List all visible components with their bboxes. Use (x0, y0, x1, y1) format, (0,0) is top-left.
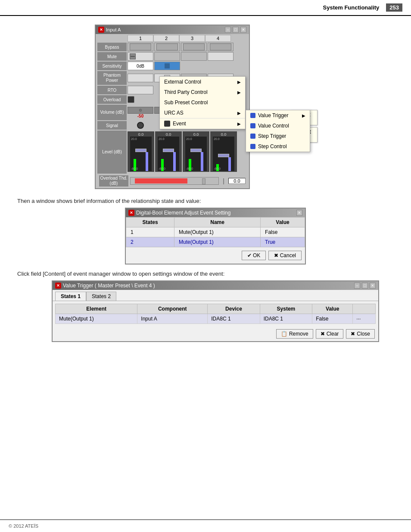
step-trigger-label: Step Trigger (258, 133, 286, 139)
overload-pipe: | (221, 177, 227, 184)
vt-col-device: Device (208, 304, 260, 314)
menu-urc-as[interactable]: URC AS ▶ (160, 108, 245, 118)
external-control-arrow: ▶ (237, 80, 241, 84)
value-trigger-icon (250, 113, 255, 118)
fader-area: 0.0 20.0 -60.0 0.0 (128, 131, 237, 172)
sub-preset-label: Sub Preset Control (164, 100, 208, 106)
vt-col-extra (353, 304, 376, 314)
rto-label: RTO (97, 86, 127, 94)
fader-bot-1: -60.0 (131, 167, 138, 170)
close-btn[interactable]: ✕ (240, 27, 246, 33)
ch4-header: 4 (205, 35, 231, 42)
fader-ch1: 0.0 20.0 -60.0 (128, 131, 154, 172)
vt-col-system: System (260, 304, 312, 314)
vt-titlebar: ✕ Value Trigger ( Master Preset \ Event … (53, 281, 378, 290)
page-content: ✕ Input A – □ ✕ 1 2 3 4 (0, 16, 411, 355)
row2-state: 2 (126, 237, 174, 247)
ch3-header: 3 (179, 35, 205, 42)
vt-close-btn[interactable]: ✕ (370, 283, 376, 289)
dialog-footer: ✔ OK ✖ Cancel (126, 247, 305, 264)
event-label: Event (173, 121, 186, 127)
description2: Click field [Content] of event manager w… (17, 271, 394, 277)
dialog-icon: ✕ (128, 210, 134, 216)
vt-title: Value Trigger ( Master Preset \ Event 4 … (63, 283, 155, 289)
page-header: System Functionality 253 (0, 0, 411, 16)
close-button[interactable]: ✖ Close (346, 329, 375, 339)
vt-minimize-btn[interactable]: – (354, 283, 360, 289)
vol-val-1: -50 (128, 114, 153, 118)
overload-thd-slider[interactable] (130, 177, 219, 185)
row1-state: 1 (126, 227, 174, 237)
bypass-ch1 (128, 43, 153, 51)
remove-icon: 📋 (281, 331, 287, 337)
vt-restore-btn[interactable]: □ (362, 283, 368, 289)
submenu-step-trigger[interactable]: Step Trigger (246, 131, 310, 141)
overload-label: Overload (97, 95, 127, 104)
mute-ch1 (128, 52, 153, 61)
vt-col-component: Component (137, 304, 208, 314)
cancel-button[interactable]: ✖ Cancel (268, 251, 302, 260)
close-icon: ✖ (351, 331, 355, 337)
bypass-row: Bypass (97, 43, 247, 51)
rto-ch1 (128, 86, 153, 94)
row2-name: Mute(Output 1) (174, 237, 261, 247)
vt-footer: 📋 Remove ✖ Clear ✖ Close (53, 327, 378, 341)
fader-ch3: 0.0 20.0 -60.0 (183, 131, 209, 172)
fader-top-1: 0.0 (138, 132, 144, 137)
vt-icon: ✕ (55, 283, 61, 289)
signal-label: Signal (97, 121, 127, 130)
vt-content: Element Component Device System Value Mu… (53, 301, 378, 327)
vt-row1-value: False (312, 314, 353, 324)
header-title: System Functionality (323, 4, 380, 11)
tab-states1[interactable]: States 1 (55, 292, 86, 301)
close-label: Close (357, 331, 370, 337)
bypass-label: Bypass (97, 43, 127, 51)
tab-states2[interactable]: States 2 (86, 292, 116, 301)
value-trigger-window: ✕ Value Trigger ( Master Preset \ Event … (52, 280, 379, 342)
col-name: Name (174, 218, 261, 227)
menu-sub-preset[interactable]: Sub Preset Control (160, 97, 245, 108)
urc-as-label: URC AS (164, 110, 184, 116)
clear-button[interactable]: ✖ Clear (316, 329, 344, 339)
overload-thd-row: Overload Thd.(dB) | 0.0 (97, 174, 247, 187)
third-party-label: Third Party Control (164, 89, 208, 95)
input-a-titlebar: ✕ Input A – □ ✕ (96, 25, 249, 34)
menu-external-control[interactable]: External Control ▶ (160, 77, 245, 87)
dialog-close-btn[interactable]: ✕ (296, 210, 302, 216)
submenu-value-trigger[interactable]: Value Trigger ▶ (246, 110, 310, 121)
step-control-icon (250, 144, 255, 149)
value-trigger-label: Value Trigger (258, 112, 288, 118)
menu-event[interactable]: Event ▶ (160, 118, 245, 129)
submenu-step-control[interactable]: Step Control (246, 141, 310, 152)
phantom-ch1 (128, 74, 153, 82)
ok-button[interactable]: ✔ OK (242, 251, 266, 260)
clear-icon: ✖ (321, 331, 325, 337)
overload-val-input[interactable]: 0.0 (228, 178, 246, 184)
vt-col-value: Value (312, 304, 353, 314)
submenu-value-control[interactable]: Value Control (246, 121, 310, 131)
level-label: Level (dB) (97, 131, 127, 174)
fader-top-4: 0.0 (221, 132, 227, 137)
third-party-arrow: ▶ (237, 90, 241, 95)
fader-inner-4: 20.0 -60.0 (213, 137, 234, 171)
value-trigger-arrow: ▶ (302, 113, 305, 118)
step-control-label: Step Control (258, 143, 287, 149)
vt-row1-component: Input A (137, 314, 208, 324)
value-control-label: Value Control (258, 123, 289, 129)
mute-ch3 (181, 52, 207, 61)
menu-third-party[interactable]: Third Party Control ▶ (160, 87, 245, 97)
sensitivity-row: Sensitivity 0dB (97, 62, 247, 70)
sensitivity-val: 0dB (128, 62, 153, 70)
vt-row1-system: IDA8C 1 (260, 314, 312, 324)
ch1-header: 1 (128, 35, 153, 42)
vt-col-element: Element (56, 304, 137, 314)
minimize-btn[interactable]: – (225, 27, 231, 33)
fader-mid-1: 20.0 (131, 137, 137, 140)
event-arrow: ▶ (237, 121, 241, 126)
fader-top-3: 0.0 (193, 132, 199, 137)
input-a-title: Input A (106, 27, 121, 32)
restore-btn[interactable]: □ (233, 27, 239, 33)
page-number: 253 (386, 3, 402, 12)
remove-button[interactable]: 📋 Remove (276, 329, 313, 339)
vt-row1-device: IDA8C 1 (208, 314, 260, 324)
